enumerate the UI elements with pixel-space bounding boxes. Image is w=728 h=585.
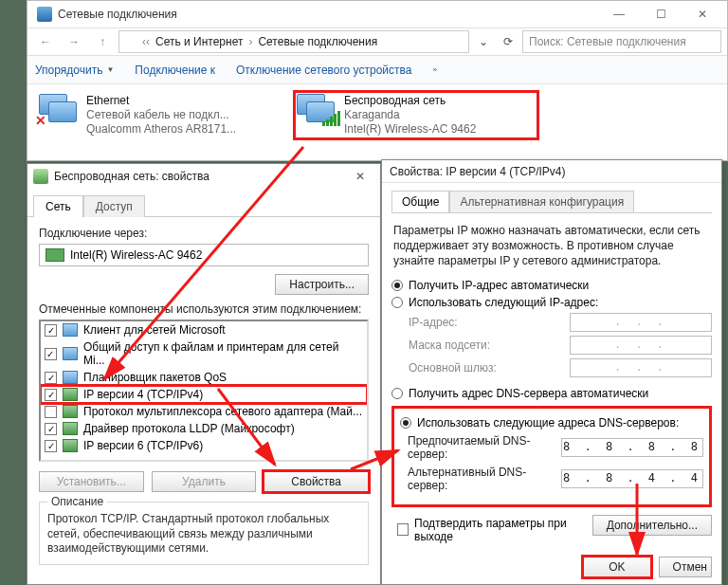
- remove-button[interactable]: Удалить: [152, 471, 257, 492]
- close-button[interactable]: ✕: [682, 2, 723, 27]
- minimize-button[interactable]: —: [598, 2, 640, 27]
- chevron-right-icon: ‹‹: [142, 35, 150, 48]
- protocol-icon: [63, 405, 78, 418]
- cancel-button[interactable]: Отмен: [659, 557, 712, 577]
- subnet-mask-input[interactable]: . . .: [570, 336, 712, 355]
- more-commands[interactable]: »: [432, 65, 436, 74]
- confirm-on-exit-checkbox[interactable]: Подтвердить параметры при выходе: [397, 517, 592, 543]
- checkbox[interactable]: [45, 372, 57, 384]
- address-toolbar: ← → ↑ ‹‹ Сеть и Интернет › Сетевые подкл…: [27, 27, 727, 56]
- adapter-driver: Intel(R) Wireless-AC 9462: [344, 122, 476, 137]
- ip-address-input[interactable]: . . .: [570, 313, 712, 332]
- nav-back-button[interactable]: ←: [33, 30, 58, 53]
- list-item[interactable]: Общий доступ к файлам и принтерам для се…: [41, 338, 367, 369]
- adapter-icon: [33, 169, 48, 184]
- tab-alt-config[interactable]: Альтернативная конфигурация: [449, 191, 634, 212]
- properties-button[interactable]: Свойства: [264, 471, 369, 492]
- checkbox[interactable]: [45, 423, 57, 435]
- tabstrip: Общие Альтернативная конфигурация: [391, 191, 712, 213]
- protocol-icon: [63, 439, 78, 452]
- dialog-titlebar[interactable]: Беспроводная сеть: свойства ✕: [27, 164, 380, 189]
- adapter-display: Intel(R) Wireless-AC 9462: [39, 244, 369, 266]
- radio-icon: [400, 417, 411, 429]
- adapters-pane: ✕ Ethernet Сетевой кабель не подкл... Qu…: [27, 84, 727, 146]
- breadcrumb-bar[interactable]: ‹‹ Сеть и Интернет › Сетевые подключения: [118, 30, 469, 53]
- gateway-label: Основной шлюз:: [409, 361, 562, 375]
- radio-manual-dns[interactable]: Использовать следующие адреса DNS-сервер…: [400, 416, 703, 430]
- components-label: Отмеченные компоненты используются этим …: [39, 302, 369, 316]
- disable-device-menu[interactable]: Отключение сетевого устройства: [236, 64, 411, 77]
- command-bar: Упорядочить▼ Подключение к Отключение се…: [27, 56, 727, 84]
- list-item[interactable]: IP версии 6 (TCP/IPv6): [41, 437, 367, 454]
- preferred-dns-label: Предпочитаемый DNS-сервер:: [408, 434, 554, 461]
- radio-manual-ip[interactable]: Использовать следующий IP-адрес:: [391, 296, 712, 309]
- description-group: Описание Протокол TCP/IP. Стандартный пр…: [39, 502, 369, 565]
- configure-button[interactable]: Настроить...: [275, 274, 369, 295]
- radio-icon: [391, 280, 403, 291]
- connect-to-menu[interactable]: Подключение к: [135, 64, 215, 77]
- checkbox[interactable]: [45, 324, 57, 337]
- list-item[interactable]: Клиент для сетей Microsoft: [41, 321, 367, 338]
- network-icon: [37, 7, 52, 22]
- description-title: Описание: [47, 495, 107, 508]
- crumb-1[interactable]: Сеть и Интернет: [155, 35, 243, 48]
- connect-via-label: Подключение через:: [39, 227, 369, 240]
- alternate-dns-input[interactable]: 8 . 8 . 4 . 4: [561, 469, 703, 488]
- list-item-ipv4[interactable]: IP версии 4 (TCP/IPv4): [41, 386, 367, 403]
- service-icon: [63, 347, 78, 360]
- signal-bars-icon: [322, 111, 340, 126]
- organize-menu[interactable]: Упорядочить▼: [35, 64, 114, 77]
- nic-icon: [46, 248, 64, 262]
- components-listbox[interactable]: Клиент для сетей Microsoft Общий доступ …: [39, 320, 369, 462]
- list-item[interactable]: Планировщик пакетов QoS: [41, 369, 367, 386]
- tab-access[interactable]: Доступ: [83, 195, 145, 217]
- tab-general[interactable]: Общие: [391, 191, 449, 212]
- adapter-wifi[interactable]: Беспроводная сеть Karaganda Intel(R) Wir…: [293, 90, 539, 140]
- checkbox[interactable]: [45, 389, 57, 401]
- tabstrip: Сеть Доступ: [27, 189, 380, 217]
- adapter-status: Сетевой кабель не подкл...: [86, 108, 236, 122]
- adapter-name: Ethernet: [86, 94, 236, 108]
- nav-forward-button[interactable]: →: [62, 30, 86, 53]
- dialog-title: Беспроводная сеть: свойства: [54, 170, 346, 183]
- description-text: Протокол TCP/IP. Стандартный протокол гл…: [47, 512, 360, 557]
- radio-auto-ip[interactable]: Получить IP-адрес автоматически: [391, 279, 712, 292]
- maximize-button[interactable]: ☐: [640, 2, 682, 27]
- address-dropdown[interactable]: ⌄: [473, 35, 494, 48]
- radio-auto-dns[interactable]: Получить адрес DNS-сервера автоматически: [391, 387, 712, 400]
- dns-highlight-box: Использовать следующие адреса DNS-сервер…: [391, 406, 712, 507]
- checkbox[interactable]: [45, 440, 57, 452]
- ethernet-icon: ✕: [39, 94, 79, 126]
- search-input[interactable]: Поиск: Сетевые подключения: [522, 30, 721, 53]
- list-item[interactable]: Протокол мультиплексора сетевого адаптер…: [41, 403, 367, 420]
- tab-network[interactable]: Сеть: [33, 195, 83, 217]
- adapter-name-text: Intel(R) Wireless-AC 9462: [70, 248, 202, 262]
- list-item[interactable]: Драйвер протокола LLDP (Майкрософт): [41, 420, 367, 437]
- radio-icon: [391, 297, 403, 308]
- ok-button[interactable]: OK: [583, 557, 650, 577]
- client-icon: [63, 323, 78, 337]
- window-title: Сетевые подключения: [58, 8, 598, 21]
- chevron-down-icon: ▼: [106, 65, 114, 74]
- service-icon: [63, 371, 78, 384]
- gateway-input[interactable]: . . .: [570, 358, 712, 377]
- refresh-button[interactable]: ⟳: [498, 35, 519, 48]
- wifi-icon: [297, 94, 337, 126]
- install-button[interactable]: Установить...: [39, 471, 144, 492]
- close-icon[interactable]: ✕: [346, 170, 374, 183]
- checkbox[interactable]: [45, 406, 57, 418]
- disconnected-x-icon: ✕: [35, 113, 46, 128]
- wifi-properties-dialog: Беспроводная сеть: свойства ✕ Сеть Досту…: [27, 163, 381, 585]
- checkbox[interactable]: [397, 523, 409, 536]
- checkbox[interactable]: [45, 348, 57, 360]
- preferred-dns-input[interactable]: 8 . 8 . 8 . 8: [561, 438, 703, 457]
- dialog-title: Свойства: IP версии 4 (TCP/IPv4): [382, 160, 721, 183]
- adapter-name: Беспроводная сеть: [344, 94, 476, 108]
- radio-icon: [391, 388, 403, 399]
- crumb-2[interactable]: Сетевые подключения: [258, 35, 377, 48]
- titlebar[interactable]: Сетевые подключения — ☐ ✕: [27, 1, 727, 27]
- chevron-right-icon: »: [432, 65, 436, 74]
- adapter-ethernet[interactable]: ✕ Ethernet Сетевой кабель не подкл... Qu…: [35, 90, 282, 140]
- nav-up-button[interactable]: ↑: [90, 30, 115, 53]
- advanced-button[interactable]: Дополнительно...: [592, 515, 712, 536]
